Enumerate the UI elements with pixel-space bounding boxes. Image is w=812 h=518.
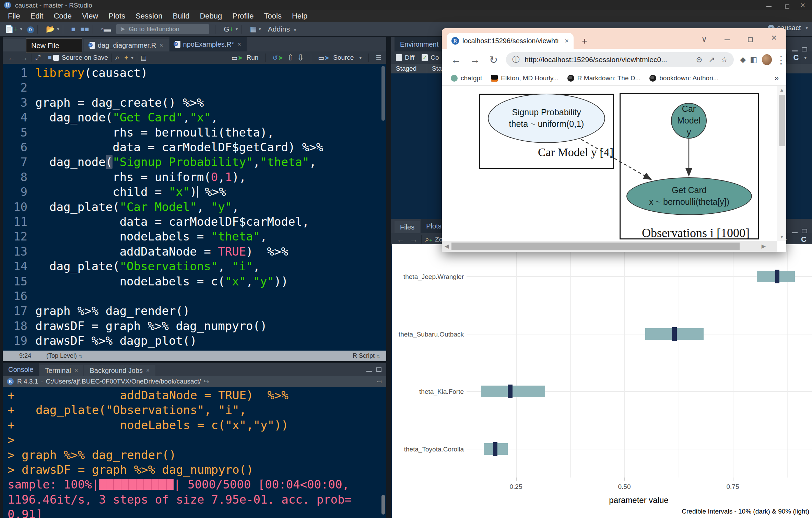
commit-button[interactable]: Co [431,54,439,61]
menu-debug[interactable]: Debug [195,12,227,21]
address-bar[interactable]: ⓘ http://localhost:15296/session/viewhtm… [506,52,734,67]
browser-maximize-icon[interactable] [748,34,753,44]
panes-layout-icon[interactable]: ▦ [250,25,257,33]
print-icon[interactable]: ▫▬ [101,25,111,33]
tab-files[interactable]: Files [395,221,420,233]
bookmark-bookdown-authori-[interactable]: bookdown: Authori... [649,74,718,82]
browser-minimize-icon[interactable] [725,34,730,44]
browser-profile-chevron-icon[interactable]: ∨ [701,34,707,44]
profile-avatar[interactable] [762,54,772,65]
vscroll-thumb[interactable] [779,95,785,146]
maximize-icon[interactable] [785,2,789,10]
menu-view[interactable]: View [77,12,103,21]
menu-session[interactable]: Session [130,12,167,21]
panes-dropdown-icon[interactable]: ▾ [259,26,261,32]
plot-forward-icon[interactable]: → [410,235,418,244]
goto-file-function-input[interactable]: ➤ Go to file/function [116,24,209,34]
browser-forward-icon[interactable]: → [470,54,480,66]
side-panel-icon[interactable]: ◧ [750,55,757,64]
tab-close-icon[interactable]: × [238,41,242,48]
git-dropdown-icon[interactable]: ▾ [236,26,238,32]
menu-file[interactable]: File [3,12,25,21]
bookmark-elkton-md-hourly-[interactable]: Elkton, MD Hourly... [491,74,558,82]
scope-selector[interactable]: (Top Level)⇅ [46,352,82,360]
hscroll-thumb[interactable] [451,243,740,250]
bookmark-star-icon[interactable]: ☆ [721,55,728,64]
browser-back-icon[interactable]: ← [451,54,461,66]
save-icon[interactable]: ■ [71,25,76,33]
clear-console-icon[interactable]: ⥚ [376,378,381,385]
console-pane-minmax[interactable] [366,367,381,372]
open-recent-dropdown-icon[interactable]: ▾ [57,26,59,32]
code-tools-dropdown-icon[interactable]: ▾ [131,55,133,60]
hscroll-right-icon[interactable]: ▶ [762,243,766,249]
browser-tab[interactable]: R localhost:15296/session/viewhtm × [447,33,574,49]
git-refresh-icon[interactable]: C [793,53,799,62]
console-tab-terminal[interactable]: Terminal× [39,365,83,376]
editor-tab-dag-diagrammer-r[interactable]: Rdag_diagrammer.R× [84,39,169,51]
tab-close-icon[interactable]: × [74,367,78,374]
browser-vscrollbar[interactable]: ▲ ▼ [777,86,786,241]
nav-forward-icon[interactable]: → [20,53,28,62]
plot-back-icon[interactable]: ← [397,235,405,244]
goto-directory-icon[interactable]: ↪ [204,378,209,386]
compile-report-icon[interactable]: ▤ [141,54,147,62]
tab-environment[interactable]: Environment [395,37,444,51]
source-button[interactable]: Source [333,54,354,61]
tab-close-icon[interactable]: × [160,42,163,49]
share-icon[interactable]: ↗ [708,55,715,64]
browser-reload-icon[interactable]: ↻ [489,54,498,66]
console-tab-console[interactable]: Console [3,363,39,376]
source-on-save-checkbox[interactable] [53,55,59,61]
browser-menu-icon[interactable]: ⋮ [776,54,786,66]
bookmark-chatgpt[interactable]: chatgpt [451,74,482,82]
run-prev-icon[interactable]: ⇧ [287,53,294,62]
site-info-icon[interactable]: ⓘ [512,55,520,65]
bookmark-r-markdown-the-d-[interactable]: R Markdown: The D... [567,74,640,82]
outline-icon[interactable]: ☰ [376,54,381,62]
bookmarks-overflow-icon[interactable]: » [775,74,779,83]
source-dropdown-icon[interactable]: ▾ [359,55,362,60]
zoom-icon[interactable]: ⌕+ [425,235,432,244]
tab-close-icon[interactable]: × [565,37,569,45]
git-pane-minmax[interactable] [792,47,807,51]
browser-hscrollbar[interactable]: ◀ ▶ [442,241,777,252]
menu-profile[interactable]: Profile [227,12,259,21]
code-editor[interactable]: 1library(causact)23graph = dag_create() … [3,64,386,351]
save-all-icon[interactable]: ■■ [80,25,89,33]
close-icon[interactable]: × [800,0,805,10]
diff-button[interactable]: Diff [405,54,414,61]
hscroll-left-icon[interactable]: ◀ [445,243,449,249]
file-type-selector[interactable]: R Script⇅ [353,352,380,360]
run-button[interactable]: Run [246,54,258,61]
minimize-icon[interactable] [766,2,772,10]
browser-close-icon[interactable]: × [771,32,777,43]
console-scrollbar[interactable] [381,495,385,515]
new-project-icon[interactable]: R [27,25,34,33]
save-file-icon[interactable]: ■ [48,54,51,61]
menu-edit[interactable]: Edit [25,12,48,21]
editor-tab-npoexamples-r-[interactable]: RnpoExamples.R*× [169,37,247,51]
plots-pane-minmax[interactable] [792,229,807,233]
console-output[interactable]: + addDataNode = TRUE) %>%+ dag_plate("Ob… [3,387,386,518]
git-icon[interactable]: G+ [224,25,234,33]
extensions-puzzle-icon[interactable]: ◆ [740,55,746,64]
open-file-icon[interactable]: 📂 [46,25,55,33]
new-file-icon[interactable]: 📄+ [5,25,18,33]
menu-tools[interactable]: Tools [259,12,287,21]
zoom-out-icon[interactable]: ⊝ [696,55,702,64]
popout-icon[interactable]: ⤢ [35,54,40,61]
tab-close-icon[interactable]: × [146,367,150,374]
menu-build[interactable]: Build [167,12,195,21]
console-tab-background-jobs[interactable]: Background Jobs× [84,365,155,376]
run-next-icon[interactable]: ⇩ [297,53,304,62]
menu-code[interactable]: Code [48,12,77,21]
plots-refresh-icon[interactable]: C [801,235,807,244]
menu-help[interactable]: Help [287,12,313,21]
code-tools-icon[interactable]: ✦ [123,54,129,62]
new-file-dropdown-icon[interactable]: ▾ [20,26,22,32]
addins-button[interactable]: Addins ▾ [268,25,296,33]
git-refresh-dropdown-icon[interactable]: ▾ [804,55,807,60]
rerun-icon[interactable]: ↺➤ [272,54,283,62]
new-tab-icon[interactable]: + [582,36,587,47]
